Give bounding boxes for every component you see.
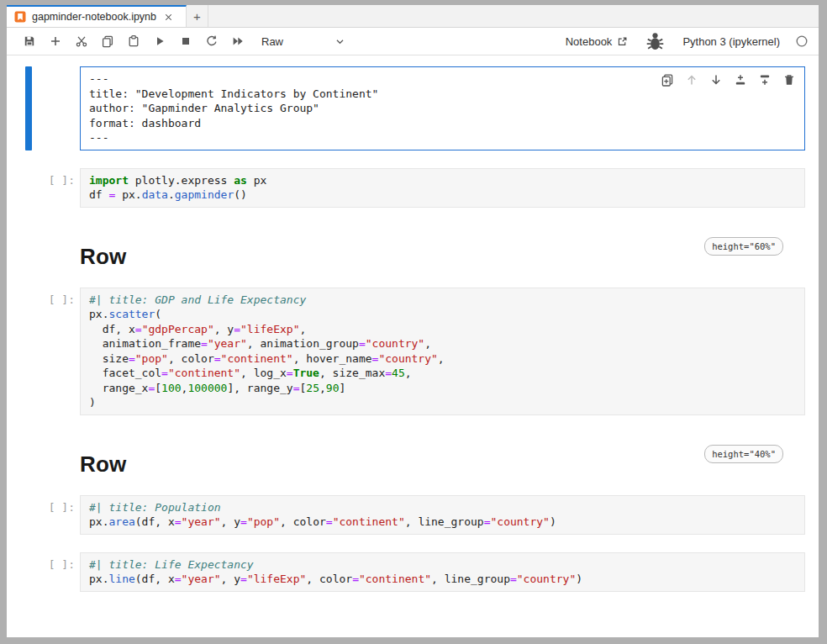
paste-button[interactable]: [121, 31, 145, 51]
celltype-select[interactable]: Raw: [261, 35, 345, 48]
code-token: , color: [306, 573, 352, 585]
move-up-icon: [685, 73, 698, 87]
cell-collapser[interactable]: [25, 552, 32, 592]
insert-above-button[interactable]: [734, 73, 747, 87]
duplicate-cell-button[interactable]: [661, 73, 674, 87]
cell-editor[interactable]: #| title: Populationpx.area(df, x="year"…: [80, 495, 805, 535]
code-token: =: [161, 367, 168, 379]
code-token: import: [89, 174, 129, 187]
notebook-cell: [ ]: #| title: Life Expectancypx.line(df…: [25, 552, 805, 592]
copy-button[interactable]: [95, 31, 119, 51]
cell-editor[interactable]: #| title: GDP and Life Expectancypx.scat…: [80, 288, 805, 415]
toolbar-button-group: [17, 31, 250, 51]
code-token: =: [293, 382, 300, 394]
code-token: ,: [299, 323, 306, 335]
height-badge: height="60%": [704, 237, 783, 256]
notebook-cell: [ ]: import plotly.express as pxdf = px.…: [25, 168, 805, 208]
cell-prompt: [ ]:: [32, 168, 80, 208]
cell-collapser[interactable]: [25, 168, 32, 208]
code-token: "country": [517, 573, 576, 585]
insert-above-icon: [734, 73, 747, 87]
code-token: (df, x: [135, 573, 175, 585]
code-line: #| title: Population: [89, 500, 796, 515]
kernel-status-icon[interactable]: [795, 34, 809, 48]
code-line: df = px.data.gapminder(): [89, 187, 796, 203]
code-token: "pop": [247, 515, 280, 528]
code-token: , size_max: [319, 367, 385, 379]
code-token: ,: [319, 382, 326, 394]
cell-editor[interactable]: #| title: Life Expectancypx.line(df, x="…: [80, 552, 805, 592]
cell-editor[interactable]: ---title: "Development Indicators by Con…: [80, 66, 805, 150]
code-token: plotly.express: [129, 174, 234, 187]
code-token: [: [155, 382, 161, 394]
code-token: (: [155, 308, 161, 320]
new-tab-button[interactable]: +: [187, 5, 208, 27]
code-token: ,: [438, 352, 445, 365]
code-token: 100000: [187, 382, 227, 394]
code-token: , color: [168, 352, 214, 365]
move-up-button[interactable]: [685, 73, 698, 87]
code-token: ,: [424, 337, 431, 350]
code-token: =: [214, 352, 221, 365]
cell-prompt: [ ]:: [32, 552, 80, 592]
duplicate-cell-icon: [661, 73, 674, 87]
run-button[interactable]: [147, 31, 171, 51]
tab-gapminder-notebook[interactable]: gapminder-notebook.ipynb: [7, 5, 187, 27]
code-line: animation_frame="year", animation_group=…: [89, 336, 796, 351]
code-token: =: [175, 573, 182, 585]
close-tab-icon[interactable]: [163, 12, 174, 23]
section-heading: Row: [80, 244, 126, 270]
move-down-button[interactable]: [709, 73, 723, 87]
delete-cell-button[interactable]: [782, 73, 796, 87]
cell-collapser[interactable]: [25, 66, 32, 150]
code-token: =: [234, 323, 240, 335]
code-token: px.: [115, 188, 141, 201]
code-token: "gdpPercap": [142, 323, 214, 335]
code-line: facet_col="continent", log_x=True, size_…: [89, 366, 796, 381]
code-token: =: [326, 515, 333, 528]
code-token: range_x: [89, 382, 148, 394]
run-all-button[interactable]: [225, 31, 250, 51]
add-button[interactable]: [43, 31, 67, 51]
code-token: "lifeExp": [240, 323, 299, 335]
cell-collapser[interactable]: [25, 288, 32, 415]
code-token: df, x: [89, 323, 135, 335]
markdown-cell[interactable]: Row height="40%": [25, 443, 805, 478]
code-token: "country": [490, 515, 549, 528]
code-token: ], range_y: [227, 382, 292, 394]
code-token: =: [129, 352, 135, 365]
code-token: (): [234, 188, 247, 201]
notebook[interactable]: ---title: "Development Indicators by Con…: [7, 55, 819, 637]
toolbar-right-group: Notebook Python 3 (ipykernel): [566, 31, 809, 51]
cell-prompt: [ ]:: [32, 288, 80, 415]
code-token: , color: [280, 515, 326, 528]
code-token: , hover_name: [293, 352, 372, 365]
cell-editor[interactable]: import plotly.express as pxdf = px.data.…: [80, 168, 805, 208]
open-in-notebook-link[interactable]: Notebook: [566, 35, 629, 48]
save-button[interactable]: [17, 31, 41, 51]
code-token: gapminder: [175, 188, 234, 201]
code-token: =: [135, 323, 142, 335]
code-token: ): [89, 396, 96, 409]
stop-button[interactable]: [173, 31, 198, 51]
code-token: =: [287, 367, 293, 379]
insert-below-button[interactable]: [758, 73, 772, 87]
cell-collapser[interactable]: [25, 495, 32, 535]
code-token: "lifeExp": [247, 573, 306, 585]
restart-button[interactable]: [199, 31, 224, 51]
delete-cell-icon: [782, 73, 796, 87]
code-token: "continent": [221, 352, 293, 365]
code-token: ---: [89, 131, 108, 144]
markdown-cell[interactable]: Row height="60%": [25, 235, 805, 270]
debugger-icon[interactable]: [643, 31, 667, 51]
tab-bar: gapminder-notebook.ipynb +: [7, 5, 819, 28]
run-icon: [153, 34, 166, 48]
code-token: "year": [208, 337, 247, 350]
code-line: author: "Gapminder Analytics Group": [89, 101, 796, 116]
restart-icon: [205, 34, 219, 48]
cut-button[interactable]: [69, 31, 93, 51]
kernel-name[interactable]: Python 3 (ipykernel): [682, 35, 780, 48]
code-token: =: [175, 515, 182, 528]
code-token: =: [240, 515, 247, 528]
code-token: "year": [182, 573, 221, 585]
